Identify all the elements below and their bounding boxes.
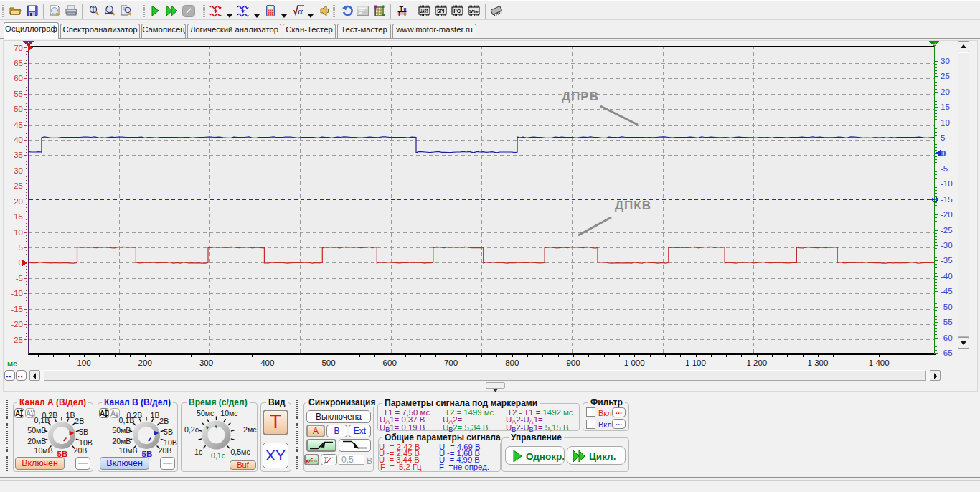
svg-text:400: 400 bbox=[260, 359, 274, 367]
svg-text:A: A bbox=[26, 410, 31, 417]
svg-text:20: 20 bbox=[14, 197, 23, 206]
svg-text:60: 60 bbox=[14, 74, 23, 82]
svg-text:10: 10 bbox=[941, 118, 950, 127]
svg-text:-55: -55 bbox=[941, 318, 953, 326]
svg-text:55: 55 bbox=[14, 90, 23, 98]
svg-text:5: 5 bbox=[19, 243, 23, 252]
svg-text:-25: -25 bbox=[11, 336, 23, 344]
svg-text:-10: -10 bbox=[11, 289, 23, 298]
svg-text:45: 45 bbox=[14, 120, 23, 129]
svg-text:-25: -25 bbox=[941, 226, 953, 235]
svg-text:-15: -15 bbox=[11, 305, 23, 313]
svg-text:20: 20 bbox=[941, 87, 950, 96]
svg-text:-10: -10 bbox=[941, 179, 953, 188]
svg-text:100: 100 bbox=[77, 359, 90, 367]
svg-text:1 300: 1 300 bbox=[808, 359, 829, 367]
svg-text:800: 800 bbox=[505, 359, 519, 367]
svg-text:A: A bbox=[15, 410, 20, 417]
svg-text:1 000: 1 000 bbox=[624, 359, 645, 367]
svg-text:ДПРВ: ДПРВ bbox=[562, 90, 599, 103]
svg-text:-50: -50 bbox=[941, 303, 953, 311]
svg-text:-5: -5 bbox=[941, 164, 948, 173]
svg-text:30: 30 bbox=[941, 57, 950, 65]
svg-text:0: 0 bbox=[941, 149, 946, 158]
svg-text:300: 300 bbox=[199, 359, 213, 367]
svg-text:500: 500 bbox=[321, 359, 335, 367]
svg-text:-35: -35 bbox=[941, 256, 953, 265]
svg-text:35: 35 bbox=[14, 151, 23, 159]
svg-text:10: 10 bbox=[14, 228, 23, 237]
svg-text:-45: -45 bbox=[941, 287, 953, 295]
svg-text:5: 5 bbox=[941, 133, 945, 142]
svg-text:-15: -15 bbox=[941, 195, 953, 204]
svg-text:A: A bbox=[100, 410, 105, 417]
svg-text:50: 50 bbox=[14, 105, 23, 113]
svg-text:-20: -20 bbox=[11, 320, 23, 328]
svg-text:70: 70 bbox=[14, 44, 23, 52]
svg-text:25: 25 bbox=[14, 181, 23, 190]
svg-text:1 400: 1 400 bbox=[869, 359, 890, 367]
svg-text:-65: -65 bbox=[941, 349, 953, 357]
svg-text:15: 15 bbox=[14, 212, 23, 221]
svg-text:40: 40 bbox=[14, 136, 23, 144]
svg-text:ДПКВ: ДПКВ bbox=[615, 199, 651, 212]
svg-text:1 100: 1 100 bbox=[685, 359, 706, 367]
svg-text:30: 30 bbox=[14, 166, 23, 175]
svg-text:65: 65 bbox=[14, 59, 23, 67]
svg-text:700: 700 bbox=[444, 359, 458, 367]
svg-text:2: 2 bbox=[933, 40, 936, 47]
svg-text:-20: -20 bbox=[941, 210, 953, 219]
svg-text:A: A bbox=[110, 410, 116, 417]
svg-text:15: 15 bbox=[941, 103, 950, 111]
svg-text:200: 200 bbox=[138, 359, 152, 367]
svg-text:25: 25 bbox=[941, 72, 950, 80]
svg-text:900: 900 bbox=[566, 359, 580, 367]
svg-text:1 200: 1 200 bbox=[746, 359, 767, 367]
svg-text:-40: -40 bbox=[941, 272, 953, 280]
svg-text:-5: -5 bbox=[16, 274, 23, 283]
svg-text:мс: мс bbox=[7, 359, 17, 368]
svg-text:-30: -30 bbox=[941, 241, 953, 250]
svg-text:600: 600 bbox=[383, 359, 397, 367]
svg-text:-60: -60 bbox=[941, 333, 953, 342]
